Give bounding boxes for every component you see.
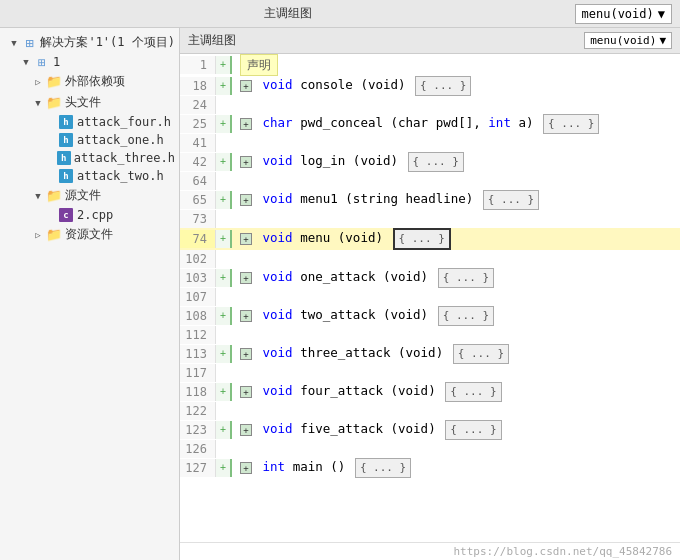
collapsed-118[interactable]: { ... } — [445, 382, 501, 402]
fn-74: menu — [300, 230, 330, 245]
expand-btn-113[interactable]: + — [240, 348, 252, 360]
top-bar-title: 主调组图 — [8, 5, 569, 22]
sidebar-item-solution[interactable]: ▼ ⊞ 解决方案'1'(1 个项目) — [0, 32, 179, 53]
collapsed-113[interactable]: { ... } — [453, 344, 509, 364]
expand-btn-118[interactable]: + — [240, 386, 252, 398]
params-103: (void) — [383, 269, 428, 284]
attack-three-icon: h — [57, 152, 71, 164]
line-num-103: 103 — [180, 269, 216, 287]
line-num-1: 1 — [180, 56, 216, 74]
watermark: https://blog.csdn.net/qq_45842786 — [180, 542, 680, 560]
collapsed-103[interactable]: { ... } — [438, 268, 494, 288]
code-content-42: + void log_in (void) { ... } — [232, 152, 464, 172]
line-num-112: 112 — [180, 326, 216, 344]
expand-btn-123[interactable]: + — [240, 424, 252, 436]
collapsed-65[interactable]: { ... } — [483, 190, 539, 210]
sidebar-item-ext-deps[interactable]: ▷ 📁 外部依赖项 — [0, 71, 179, 92]
kw-18: void — [263, 77, 293, 92]
line-num-102: 102 — [180, 250, 216, 268]
collapsed-42[interactable]: { ... } — [408, 152, 464, 172]
sidebar-item-resource[interactable]: ▷ 📁 资源文件 — [0, 224, 179, 245]
collapsed-127[interactable]: { ... } — [355, 458, 411, 478]
gutter-marker-1: + — [220, 56, 226, 74]
attack-four-icon: h — [58, 116, 74, 128]
editor-header-title: 主调组图 — [188, 32, 236, 49]
code-line-117: 117 — [180, 364, 680, 382]
sidebar-item-headers[interactable]: ▼ 📁 头文件 — [0, 92, 179, 113]
gutter-marker-25: + — [220, 115, 226, 133]
attack-one-expand-icon — [44, 134, 56, 146]
gutter-marker-65: + — [220, 191, 226, 209]
sidebar-item-attack-two[interactable]: h attack_two.h — [0, 167, 179, 185]
collapsed-123[interactable]: { ... } — [445, 420, 501, 440]
line-num-118: 118 — [180, 383, 216, 401]
editor-area: 主调组图 menu(void) ▼ 1 + 声明 — [180, 28, 680, 560]
kw-123: void — [263, 421, 293, 436]
expand-btn-25[interactable]: + — [240, 118, 252, 130]
code-area[interactable]: 1 + 声明 18 + + void console (void) — [180, 54, 680, 542]
kw-127: int — [263, 459, 286, 474]
code-line-103: 103 + + void one_attack (void) { ... } — [180, 268, 680, 288]
code-line-73: 73 — [180, 210, 680, 228]
collapsed-108[interactable]: { ... } — [438, 306, 494, 326]
expand-btn-127[interactable]: + — [240, 462, 252, 474]
editor-header-dropdown[interactable]: menu(void) ▼ — [584, 32, 672, 49]
expand-btn-42[interactable]: + — [240, 156, 252, 168]
code-content-108: + void two_attack (void) { ... } — [232, 306, 494, 326]
kw-42: void — [263, 153, 293, 168]
solution-icon: ⊞ — [22, 37, 38, 49]
params-25b: a) — [511, 115, 534, 130]
collapsed-18[interactable]: { ... } — [415, 76, 471, 96]
solution-expand-icon: ▼ — [8, 37, 20, 49]
solution-label: 解决方案'1'(1 个项目) — [40, 34, 175, 51]
code-line-65: 65 + + void menu1 (string headline) { ..… — [180, 190, 680, 210]
expand-btn-108[interactable]: + — [240, 310, 252, 322]
code-line-42: 42 + + void log_in (void) { ... } — [180, 152, 680, 172]
line-gutter-74: + — [216, 230, 232, 248]
expand-btn-18[interactable]: + — [240, 80, 252, 92]
code-line-112: 112 — [180, 326, 680, 344]
cpp-expand-icon — [44, 209, 56, 221]
line-num-117: 117 — [180, 364, 216, 382]
gutter-marker-108: + — [220, 307, 226, 325]
code-content-118: + void four_attack (void) { ... } — [232, 382, 502, 402]
sidebar-item-attack-three[interactable]: h attack_three.h — [0, 149, 179, 167]
cpp-icon: c — [58, 209, 74, 221]
code-content-65: + void menu1 (string headline) { ... } — [232, 190, 539, 210]
line-num-18: 18 — [180, 77, 216, 95]
params-127: () — [330, 459, 345, 474]
expand-btn-103[interactable]: + — [240, 272, 252, 284]
source-icon: 📁 — [46, 190, 62, 202]
headers-icon: 📁 — [46, 97, 62, 109]
gutter-marker-127: + — [220, 459, 226, 477]
sidebar-item-cpp[interactable]: c 2.cpp — [0, 206, 179, 224]
sidebar-item-attack-four[interactable]: h attack_four.h — [0, 113, 179, 131]
sidebar-item-project[interactable]: ▼ ⊞ 1 — [0, 53, 179, 71]
line-gutter-42: + — [216, 153, 232, 171]
top-bar: 主调组图 menu(void) ▼ — [0, 0, 680, 28]
attack-two-expand-icon — [44, 170, 56, 182]
ext-deps-label: 外部依赖项 — [65, 73, 125, 90]
attack-two-label: attack_two.h — [77, 169, 164, 183]
headers-label: 头文件 — [65, 94, 101, 111]
kw-108: void — [263, 307, 293, 322]
sidebar-item-attack-one[interactable]: h attack_one.h — [0, 131, 179, 149]
line-gutter-18: + — [216, 77, 232, 95]
expand-btn-74[interactable]: + — [240, 233, 252, 245]
fn-18: console — [300, 77, 353, 92]
sidebar-item-source[interactable]: ▼ 📁 源文件 — [0, 185, 179, 206]
resource-label: 资源文件 — [65, 226, 113, 243]
ext-deps-expand-icon: ▷ — [32, 76, 44, 88]
gutter-marker-74: + — [220, 230, 226, 248]
line-num-74: 74 — [180, 230, 216, 248]
code-line-1: 1 + 声明 — [180, 54, 680, 76]
line-gutter-127: + — [216, 459, 232, 477]
top-bar-chevron-icon: ▼ — [658, 7, 665, 21]
expand-btn-65[interactable]: + — [240, 194, 252, 206]
attack-two-icon: h — [58, 170, 74, 182]
collapsed-25[interactable]: { ... } — [543, 114, 599, 134]
code-line-126: 126 — [180, 440, 680, 458]
collapsed-74[interactable]: { ... } — [393, 228, 451, 250]
line-num-64: 64 — [180, 172, 216, 190]
top-bar-dropdown[interactable]: menu(void) ▼ — [575, 4, 672, 24]
